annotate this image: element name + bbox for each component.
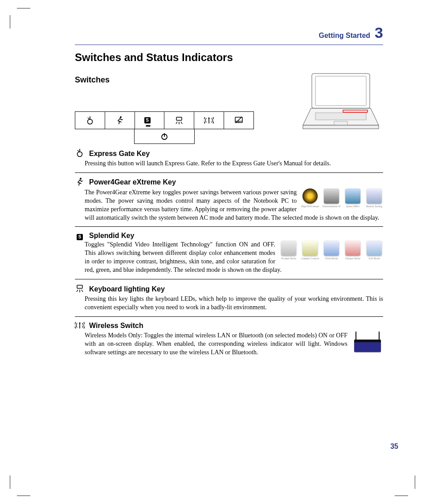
- keyboard-light-icon: [164, 112, 194, 129]
- svg-point-31: [79, 322, 80, 324]
- svg-point-25: [80, 178, 82, 180]
- svg-rect-19: [334, 121, 347, 125]
- wifi-icon: [194, 112, 224, 129]
- express-gate-icon: [75, 112, 105, 129]
- switches-overview: Switches S ▬: [75, 72, 383, 144]
- section-title: Wireless Switch: [89, 322, 143, 330]
- section-wireless: Wireless Switch Wireless Models Only: To…: [75, 321, 383, 357]
- svg-rect-18: [315, 113, 366, 120]
- page-number: 35: [390, 443, 398, 451]
- chapter-number: 3: [375, 25, 383, 40]
- switches-column: Switches S ▬: [75, 72, 254, 144]
- section-body: Pressing this button will launch Express…: [85, 160, 383, 168]
- page: Getting Started 3 Switches and Status In…: [0, 0, 425, 504]
- mode-icon: Vivid Mode: [323, 241, 340, 260]
- mode-icon: Normal Mode: [280, 241, 298, 260]
- power-icon: [134, 129, 195, 144]
- svg-line-2: [88, 118, 89, 119]
- power4gear-mode-icons: High Performance Entertainment Mode Quie…: [301, 188, 383, 208]
- section-body: High Performance Entertainment Mode Quie…: [85, 188, 383, 222]
- splendid-icon: S ▬: [135, 112, 165, 129]
- section-body: Pressing this key lights the keyboard LE…: [85, 295, 383, 312]
- section-divider: [75, 172, 383, 173]
- svg-line-5: [176, 122, 177, 124]
- section-power4gear: Power4Gear eXtreme Key High Performance …: [75, 177, 383, 222]
- svg-rect-26: [77, 285, 82, 288]
- section-divider: [75, 316, 383, 317]
- mode-icon: Entertainment Mode: [323, 188, 340, 208]
- mode-icon: Quiet Office: [344, 188, 362, 208]
- switches-heading: Switches: [75, 75, 254, 85]
- splendid-icon: S: [75, 231, 85, 241]
- page-title: Switches and Status Indicators: [75, 51, 383, 64]
- switch-icon-row: S ▬: [75, 111, 254, 129]
- svg-line-24: [78, 150, 79, 152]
- section-title: Power4Gear eXtreme Key: [89, 178, 176, 186]
- laptop-diagram: [298, 72, 383, 134]
- section-splendid: S Splendid Key Normal Mode Gamma Correct…: [75, 231, 383, 275]
- runner-icon: [105, 112, 135, 129]
- section-divider: [75, 226, 383, 227]
- body-part: Wireless Models Only: Toggles the intern…: [85, 332, 347, 356]
- express-gate-icon: [75, 148, 85, 160]
- svg-point-0: [87, 119, 92, 124]
- svg-line-7: [181, 122, 182, 124]
- section-divider: [75, 279, 383, 279]
- chapter-title: Getting Started: [319, 32, 371, 40]
- svg-point-9: [208, 117, 210, 119]
- svg-point-3: [120, 116, 122, 118]
- header-divider: [75, 45, 383, 45]
- mode-icon: Theater Mode: [344, 241, 362, 260]
- section-title: Keyboard lighting Key: [89, 285, 165, 293]
- splendid-mode-icons: Normal Mode Gamma Correction Vivid Mode …: [280, 241, 383, 260]
- chapter-header: Getting Started 3: [75, 25, 383, 40]
- mode-icon: Battery Saving: [365, 188, 383, 208]
- section-body: Wireless Models Only: Toggles the intern…: [85, 332, 383, 357]
- section-keyboard-lighting: Keyboard lighting Key Pressing this key …: [75, 284, 383, 312]
- svg-rect-17: [315, 76, 366, 106]
- touchpad-lock-icon: [224, 112, 253, 129]
- svg-rect-21: [303, 125, 379, 129]
- section-express-gate: Express Gate Key Pressing this button wi…: [75, 148, 383, 168]
- keyboard-light-icon: [75, 284, 85, 295]
- section-title: Splendid Key: [89, 232, 134, 240]
- svg-point-22: [78, 152, 82, 157]
- mode-icon: Soft Mode: [365, 241, 383, 260]
- wifi-icon: [75, 321, 85, 332]
- section-body: Normal Mode Gamma Correction Vivid Mode …: [85, 241, 383, 275]
- svg-line-27: [77, 290, 78, 292]
- section-title: Express Gate Key: [89, 150, 150, 158]
- router-image: [352, 332, 383, 352]
- mode-icon: Gamma Correction: [301, 241, 319, 260]
- svg-rect-4: [176, 117, 182, 120]
- runner-icon: [75, 177, 85, 188]
- svg-line-29: [82, 290, 83, 292]
- mode-icon: High Performance: [301, 188, 319, 208]
